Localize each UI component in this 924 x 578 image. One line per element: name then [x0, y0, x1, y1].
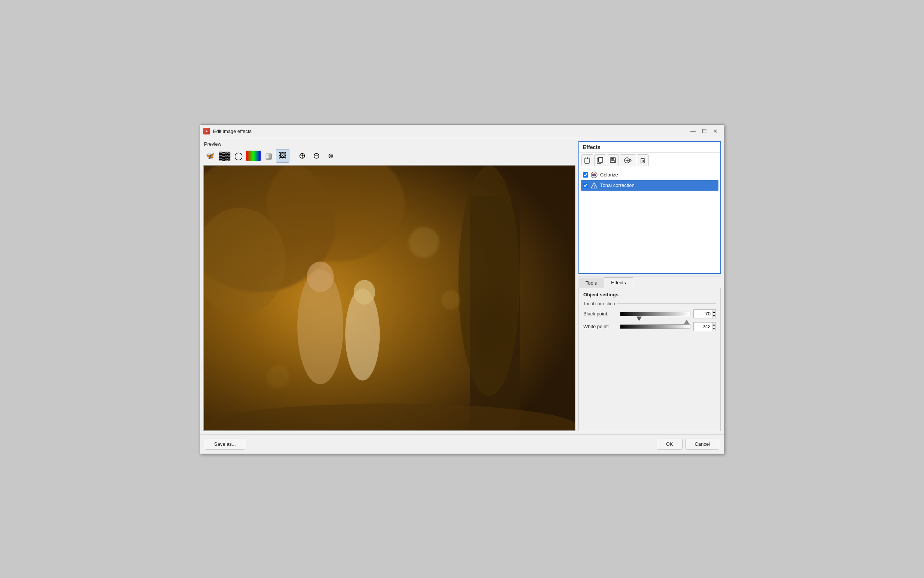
black-point-value: 70: [694, 311, 712, 317]
window-title: Edit image effects: [213, 128, 688, 134]
white-point-thumb[interactable]: [684, 320, 689, 324]
preview-toolbar: 🦋 ▓▓ ◯ ▦ 🖼 ⊕ ⊖ ⊛: [203, 149, 575, 162]
svg-point-11: [408, 227, 439, 257]
white-point-value: 242: [694, 324, 712, 329]
white-point-slider[interactable]: [620, 322, 690, 331]
white-point-up[interactable]: ▲: [712, 323, 715, 326]
title-bar: ✦ Edit image effects — ☐ ✕: [200, 125, 724, 138]
save-as-button[interactable]: Save as...: [205, 438, 245, 450]
svg-rect-22: [611, 161, 615, 162]
effects-panel-title: Effects: [579, 142, 720, 153]
tool-grid[interactable]: ▦: [262, 149, 275, 162]
app-icon: ✦: [203, 128, 210, 135]
add-effect-button[interactable]: [620, 154, 636, 166]
tool-photo[interactable]: 🖼: [276, 149, 290, 162]
black-point-label: Black point:: [583, 311, 617, 317]
tabs-row: Tools Effects: [578, 276, 721, 288]
copy-effect-button[interactable]: [594, 154, 606, 166]
black-point-row: Black point: 70 ▲ ▼: [583, 309, 716, 318]
white-point-down[interactable]: ▼: [712, 326, 715, 331]
tonal-correction-label: Tonal correction: [600, 182, 634, 188]
tool-butterfly[interactable]: 🦋: [203, 149, 217, 162]
svg-rect-21: [612, 158, 613, 159]
zoom-in-button[interactable]: ⊕: [295, 149, 309, 162]
svg-point-5: [458, 166, 519, 396]
colorize-label: Colorize: [600, 172, 618, 177]
tool-zebra[interactable]: ▓▓: [217, 149, 231, 162]
svg-point-33: [594, 187, 594, 188]
effect-item-colorize[interactable]: Colorize: [581, 170, 718, 180]
effects-box: Effects: [578, 141, 721, 274]
zoom-out-button[interactable]: ⊖: [310, 149, 323, 162]
white-point-row: White point: 242 ▲ ▼: [583, 322, 716, 331]
colorize-icon: [591, 171, 598, 179]
black-point-track: [620, 312, 690, 316]
effects-toolbar: [579, 153, 720, 168]
preview-image: [204, 166, 575, 430]
white-point-track: [620, 325, 690, 329]
black-point-spinbox[interactable]: 70 ▲ ▼: [693, 309, 716, 318]
svg-point-9: [354, 280, 375, 305]
black-point-arrows: ▲ ▼: [712, 310, 715, 318]
tonal-correction-section: Tonal correction: [583, 301, 716, 307]
svg-rect-14: [585, 158, 589, 163]
new-effect-button[interactable]: [581, 154, 594, 166]
cancel-button[interactable]: Cancel: [686, 438, 719, 450]
left-panel: Preview 🦋 ▓▓ ◯ ▦ 🖼 ⊕ ⊖ ⊛: [203, 141, 575, 431]
main-window: ✦ Edit image effects — ☐ ✕ Preview 🦋 ▓▓ …: [200, 124, 724, 454]
black-point-slider[interactable]: [620, 309, 690, 318]
black-point-thumb[interactable]: [636, 317, 642, 321]
object-settings: Object settings Tonal correction Black p…: [578, 288, 721, 431]
black-point-up[interactable]: ▲: [712, 310, 715, 314]
black-point-down[interactable]: ▼: [712, 314, 715, 318]
svg-point-30: [593, 174, 595, 176]
tonal-correction-checkbox[interactable]: [583, 183, 588, 188]
right-panel: Effects: [578, 141, 721, 431]
colorize-checkbox[interactable]: [583, 172, 588, 177]
ok-button[interactable]: OK: [657, 438, 683, 450]
tab-tools[interactable]: Tools: [578, 278, 604, 288]
preview-area: [203, 165, 575, 431]
tool-gradient[interactable]: [246, 151, 261, 161]
save-effect-button[interactable]: [607, 154, 619, 166]
close-button[interactable]: ✕: [710, 127, 721, 136]
bottom-right-buttons: OK Cancel: [657, 438, 719, 450]
svg-rect-26: [641, 159, 645, 163]
white-point-arrows: ▲ ▼: [712, 323, 715, 331]
svg-rect-18: [599, 157, 603, 162]
object-settings-title: Object settings: [583, 292, 716, 297]
white-point-spinbox[interactable]: 242 ▲ ▼: [693, 322, 716, 331]
maximize-button[interactable]: ☐: [699, 127, 709, 136]
tab-effects[interactable]: Effects: [604, 277, 633, 288]
effects-list: Colorize Tonal correction: [579, 168, 720, 273]
bottom-bar: Save as... OK Cancel: [200, 434, 724, 454]
minimize-button[interactable]: —: [688, 127, 698, 136]
tool-circle[interactable]: ◯: [232, 149, 245, 162]
preview-label: Preview: [203, 141, 575, 147]
svg-point-13: [267, 365, 290, 388]
main-content: Preview 🦋 ▓▓ ◯ ▦ 🖼 ⊕ ⊖ ⊛: [200, 138, 724, 434]
window-controls: — ☐ ✕: [688, 127, 721, 136]
white-point-label: White point:: [583, 324, 617, 329]
effect-item-tonal-correction[interactable]: Tonal correction: [581, 180, 718, 191]
svg-point-7: [307, 261, 334, 292]
zoom-fit-button[interactable]: ⊛: [324, 149, 337, 162]
tonal-correction-icon: [591, 182, 598, 189]
svg-point-12: [441, 290, 460, 309]
delete-effect-button[interactable]: [637, 154, 649, 166]
